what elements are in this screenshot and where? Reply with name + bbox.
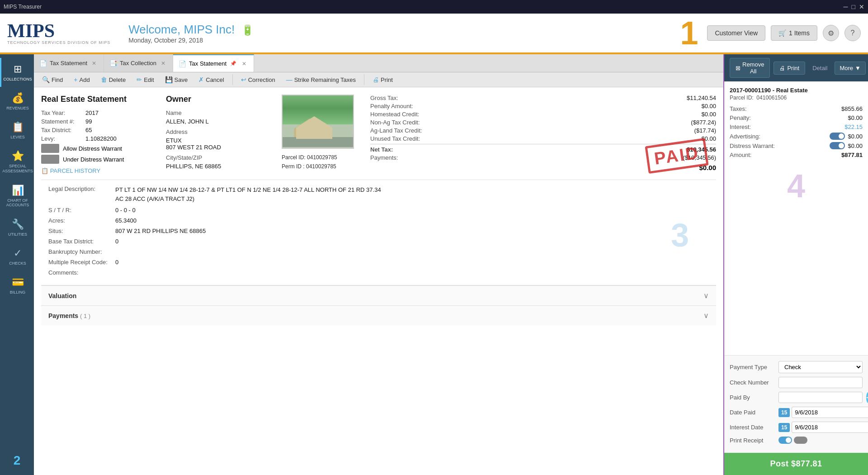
remove-all-button[interactable]: ⊠ Remove All bbox=[730, 58, 770, 78]
delete-button[interactable]: 🗑 Delete bbox=[96, 74, 131, 85]
sidebar-label-collections: COLLECTIONS bbox=[3, 77, 32, 81]
distress-toggle[interactable] bbox=[830, 142, 845, 149]
customer-view-button[interactable]: Customer View bbox=[707, 25, 765, 41]
gross-tax-row: Gross Tax: $11,240.54 bbox=[370, 95, 716, 101]
header-number: 1 bbox=[680, 14, 698, 52]
nonag-row: Non-Ag Tax Credit: ($877.24) bbox=[370, 119, 716, 126]
multiple-receipt-row: Multiple Receipt Code: 0 bbox=[48, 259, 709, 266]
print-receipt-row: Print Receipt bbox=[730, 437, 863, 444]
special-assessments-icon: ⭐ bbox=[12, 150, 24, 162]
check-number-input[interactable] bbox=[778, 377, 863, 388]
main-layout: ⊞ COLLECTIONS 💰 REVENUES 📋 LEVIES ⭐ SPEC… bbox=[0, 54, 868, 475]
sidebar-label-levies: LEVIES bbox=[10, 135, 25, 139]
collections-icon: ⊞ bbox=[14, 63, 22, 75]
correction-button[interactable]: ↩ Correction bbox=[236, 74, 280, 85]
advertising-toggle[interactable] bbox=[830, 133, 845, 140]
sidebar-item-chart-accounts[interactable]: 📊 CHART OFACCOUNTS bbox=[0, 179, 34, 214]
edit-button[interactable]: ✏ Edit bbox=[132, 74, 158, 85]
strike-icon: — bbox=[286, 76, 292, 83]
sidebar-item-revenues[interactable]: 💰 REVENUES bbox=[0, 87, 34, 116]
strike-button[interactable]: — Strike Remaining Taxes bbox=[282, 74, 360, 85]
save-button[interactable]: 💾 Save bbox=[160, 74, 193, 85]
find-button[interactable]: 🔍 Find bbox=[38, 74, 67, 85]
tab-close-2[interactable]: ✕ bbox=[159, 59, 167, 67]
sidebar-item-billing[interactable]: 💳 BILLING bbox=[0, 271, 34, 300]
cancel-button[interactable]: ✗ Cancel bbox=[194, 74, 228, 85]
levies-icon: 📋 bbox=[12, 121, 24, 133]
print-receipt-toggle-on[interactable] bbox=[778, 437, 792, 444]
property-image bbox=[282, 95, 354, 149]
sidebar-item-special-assessments[interactable]: ⭐ SPECIALASSESSMENTS bbox=[0, 145, 34, 179]
tab-close-3[interactable]: ✕ bbox=[240, 60, 248, 68]
city-state-section: City/State/ZIP PHILLIPS, NE 68865 bbox=[166, 154, 265, 170]
homestead-row: Homestead Credit: $0.00 bbox=[370, 111, 716, 118]
billing-icon: 💳 bbox=[12, 276, 24, 288]
tab-tax-statement-2[interactable]: 📄 Tax Statement 📌 ✕ bbox=[173, 54, 254, 72]
close-btn[interactable]: ✕ bbox=[859, 3, 864, 10]
city-state-value: PHILLIPS, NE 68865 bbox=[166, 163, 265, 170]
under-distress-checkbox[interactable] bbox=[41, 155, 59, 164]
tab-tax-statement-1[interactable]: 📄 Tax Statement ✕ bbox=[34, 54, 104, 72]
section-divider bbox=[41, 180, 716, 180]
parcel-history-icon: 📋 bbox=[41, 167, 48, 174]
print-receipt-toggle[interactable] bbox=[778, 437, 807, 444]
rp-record-title: 2017-00001190 - Real Estate bbox=[730, 87, 863, 94]
help-button[interactable]: ? bbox=[844, 25, 861, 41]
interest-date-input[interactable] bbox=[792, 422, 868, 433]
section4-watermark: 4 bbox=[730, 167, 863, 204]
date-paid-input[interactable] bbox=[792, 407, 868, 418]
tab-icon-1: 📄 bbox=[39, 60, 47, 67]
address-section: Address ETUX 807 WEST 21 ROAD bbox=[166, 128, 265, 151]
owner-title: Owner bbox=[166, 95, 265, 104]
settings-button[interactable]: ⚙ bbox=[823, 25, 839, 41]
parcel-history-link[interactable]: PARCEL HISTORY bbox=[50, 167, 101, 174]
address2-value: 807 WEST 21 ROAD bbox=[166, 144, 265, 151]
toolbar-separator bbox=[232, 74, 233, 85]
print-receipt-toggle-off[interactable] bbox=[794, 437, 807, 444]
sidebar-item-collections[interactable]: ⊞ COLLECTIONS bbox=[0, 58, 34, 87]
payments-section[interactable]: Payments ( 1 ) ∨ bbox=[41, 305, 716, 325]
valuation-label: Valuation bbox=[48, 292, 76, 299]
distress-warrant-checkbox[interactable] bbox=[41, 144, 59, 153]
tab-label-3: Tax Statement bbox=[189, 60, 226, 67]
print-right-icon: 🖨 bbox=[779, 65, 785, 71]
sidebar-item-levies[interactable]: 📋 LEVIES bbox=[0, 116, 34, 145]
add-button[interactable]: + Add bbox=[69, 74, 94, 85]
tab-close-1[interactable]: ✕ bbox=[90, 59, 98, 67]
sidebar-label-billing: BILLING bbox=[10, 290, 26, 294]
delete-icon: 🗑 bbox=[101, 76, 107, 83]
tab-tax-collection[interactable]: 📑 Tax Collection ✕ bbox=[104, 54, 173, 72]
paid-by-input[interactable] bbox=[778, 392, 863, 403]
revenues-icon: 💰 bbox=[12, 92, 24, 104]
situs-row: Situs: 807 W 21 RD PHILLIPS NE 68865 bbox=[48, 228, 709, 234]
payments-chevron: ∨ bbox=[703, 311, 709, 320]
agland-row: Ag-Land Tax Credit: ($17.74) bbox=[370, 127, 716, 134]
name-row: Name bbox=[166, 109, 265, 116]
minimize-btn[interactable]: ─ bbox=[844, 3, 848, 10]
distress-warrant-row: Allow Distress Warrant bbox=[41, 144, 159, 153]
logo-area: MIPS TECHNOLOGY SERVICES DIVISION OF MIP… bbox=[7, 21, 110, 45]
date-paid-row: Date Paid 15 bbox=[730, 407, 863, 418]
paid-by-row: Paid By + bbox=[730, 392, 863, 403]
more-button[interactable]: More ▼ bbox=[835, 62, 866, 75]
valuation-section[interactable]: Valuation ∨ bbox=[41, 285, 716, 305]
header: MIPS TECHNOLOGY SERVICES DIVISION OF MIP… bbox=[0, 14, 868, 54]
address1-value: ETUX bbox=[166, 137, 265, 144]
tab-label-2: Tax Collection bbox=[120, 60, 156, 66]
find-icon: 🔍 bbox=[42, 76, 50, 83]
payment-type-select[interactable]: Check bbox=[778, 361, 863, 373]
welcome-area: Welcome, MIPS Inc! 🔋 Monday, October 29,… bbox=[119, 23, 671, 44]
cart-button[interactable]: 🛒 1 Items bbox=[771, 25, 817, 41]
maximize-btn[interactable]: □ bbox=[852, 3, 855, 10]
sidebar-label-chart-accounts: CHART OFACCOUNTS bbox=[6, 198, 29, 208]
toolbar-separator-2 bbox=[364, 74, 364, 85]
print-right-button[interactable]: 🖨 Print bbox=[774, 62, 805, 75]
sidebar-item-checks[interactable]: ✓ CHECKS bbox=[0, 242, 34, 271]
post-button[interactable]: Post $877.81 bbox=[724, 453, 868, 475]
print-toolbar-button[interactable]: 🖨 Print bbox=[368, 74, 397, 85]
valuation-chevron: ∨ bbox=[703, 291, 709, 300]
rp-advertising-row: Advertising: $0.00 bbox=[730, 133, 863, 140]
detail-button[interactable]: Detail bbox=[809, 62, 831, 74]
paid-by-plus-button[interactable]: + bbox=[866, 392, 868, 403]
sidebar-item-utilities[interactable]: 🔧 UTILITIES bbox=[0, 213, 34, 242]
